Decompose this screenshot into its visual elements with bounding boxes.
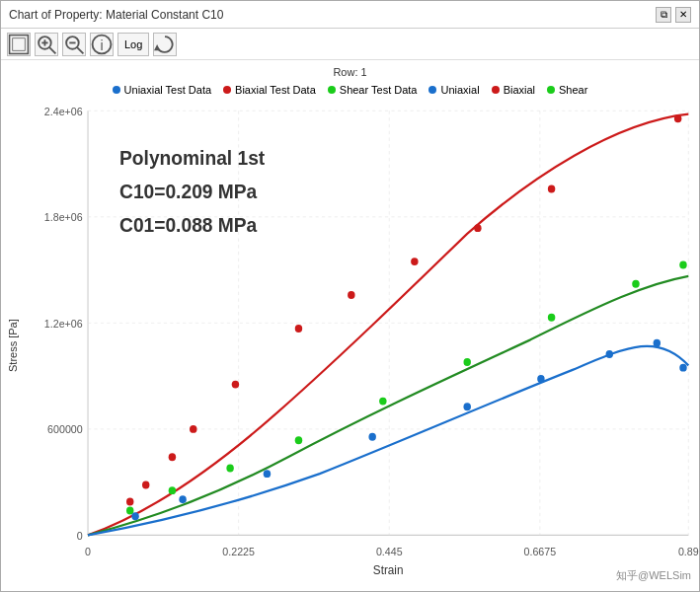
legend: Uniaxial Test Data Biaxial Test Data She… [1, 80, 699, 100]
legend-label-uniaxial-test: Uniaxial Test Data [124, 84, 211, 96]
svg-point-58 [537, 375, 544, 383]
svg-point-48 [379, 398, 386, 406]
window-title: Chart of Property: Material Constant C10 [9, 8, 223, 22]
zoom-in-button[interactable] [35, 33, 58, 56]
refresh-button[interactable] [153, 33, 177, 56]
svg-rect-1 [13, 37, 26, 50]
svg-point-59 [606, 350, 613, 358]
svg-text:0.2225: 0.2225 [222, 545, 255, 556]
svg-text:1.2e+06: 1.2e+06 [44, 318, 83, 330]
svg-point-43 [674, 114, 681, 122]
legend-label-uniaxial: Uniaxial [440, 84, 479, 96]
svg-point-37 [232, 381, 239, 389]
svg-text:1.8e+06: 1.8e+06 [44, 211, 83, 223]
legend-item-shear-test: Shear Test Data [328, 84, 418, 96]
svg-text:C01=0.088 MPa: C01=0.088 MPa [119, 213, 258, 236]
close-button[interactable]: ✕ [675, 7, 691, 23]
title-bar-controls: ⧉ ✕ [656, 7, 691, 23]
svg-point-54 [179, 495, 186, 503]
svg-point-50 [548, 314, 555, 322]
svg-point-49 [463, 358, 470, 366]
svg-point-38 [295, 325, 302, 333]
title-bar: Chart of Property: Material Constant C10… [1, 1, 699, 29]
svg-point-61 [679, 364, 686, 372]
legend-dot-biaxial-test [223, 86, 231, 94]
svg-point-45 [169, 486, 176, 494]
svg-point-60 [654, 339, 661, 347]
svg-line-7 [77, 47, 83, 53]
main-window: Chart of Property: Material Constant C10… [0, 0, 700, 592]
svg-point-42 [548, 185, 555, 193]
legend-item-biaxial: Biaxial [492, 84, 535, 96]
watermark: 知乎@WELSim [616, 568, 691, 583]
legend-item-uniaxial-test: Uniaxial Test Data [113, 84, 211, 96]
legend-dot-uniaxial [428, 86, 436, 94]
svg-point-39 [348, 291, 354, 299]
legend-item-biaxial-test: Biaxial Test Data [223, 84, 316, 96]
svg-text:0: 0 [77, 530, 83, 542]
svg-text:2.4e+06: 2.4e+06 [44, 106, 83, 117]
legend-label-shear: Shear [559, 84, 587, 96]
chart-inner: 2.4e+06 1.8e+06 1.2e+06 600000 0 0 0.222… [25, 100, 699, 591]
svg-text:C10=0.209 MPa: C10=0.209 MPa [119, 180, 258, 202]
legend-label-shear-test: Shear Test Data [340, 84, 418, 96]
info-button[interactable]: i [90, 33, 114, 56]
svg-line-3 [49, 47, 55, 53]
svg-point-41 [474, 224, 481, 232]
y-axis-label: Stress [Pa] [1, 100, 25, 591]
legend-dot-biaxial [492, 86, 500, 94]
svg-point-47 [295, 436, 302, 444]
svg-point-34 [142, 481, 149, 489]
restore-button[interactable]: ⧉ [656, 7, 671, 23]
svg-marker-11 [154, 44, 160, 50]
svg-text:0.6675: 0.6675 [524, 545, 557, 556]
svg-text:600000: 600000 [47, 423, 83, 435]
svg-point-53 [131, 512, 138, 520]
svg-point-35 [169, 453, 176, 461]
svg-point-44 [126, 507, 133, 515]
legend-label-biaxial: Biaxial [504, 84, 535, 96]
row-label: Row: 1 [1, 64, 699, 80]
svg-text:0: 0 [85, 545, 91, 556]
legend-label-biaxial-test: Biaxial Test Data [235, 84, 316, 96]
svg-point-55 [264, 470, 271, 478]
svg-point-33 [126, 497, 133, 505]
svg-text:Polynominal 1st: Polynominal 1st [119, 146, 266, 169]
chart-content: Stress [Pa] [1, 100, 699, 591]
zoom-out-button[interactable] [62, 33, 86, 56]
chart-area: Row: 1 Uniaxial Test Data Biaxial Test D… [1, 60, 699, 591]
legend-dot-shear [547, 86, 555, 94]
svg-point-57 [463, 403, 470, 410]
svg-point-56 [368, 433, 375, 441]
svg-text:Strain: Strain [373, 563, 404, 577]
svg-text:0.445: 0.445 [376, 545, 403, 556]
svg-text:0.89: 0.89 [678, 545, 699, 556]
svg-point-46 [226, 465, 233, 473]
svg-point-51 [632, 280, 639, 288]
legend-dot-uniaxial-test [113, 86, 120, 94]
legend-item-uniaxial: Uniaxial [428, 84, 479, 96]
toolbar: i Log [1, 29, 699, 60]
svg-point-40 [411, 258, 418, 265]
log-button[interactable]: Log [117, 33, 149, 56]
home-button[interactable] [7, 33, 31, 56]
svg-point-36 [190, 425, 196, 433]
svg-point-52 [679, 261, 686, 269]
legend-item-shear: Shear [547, 84, 587, 96]
legend-dot-shear-test [328, 86, 336, 94]
svg-text:i: i [100, 37, 103, 53]
